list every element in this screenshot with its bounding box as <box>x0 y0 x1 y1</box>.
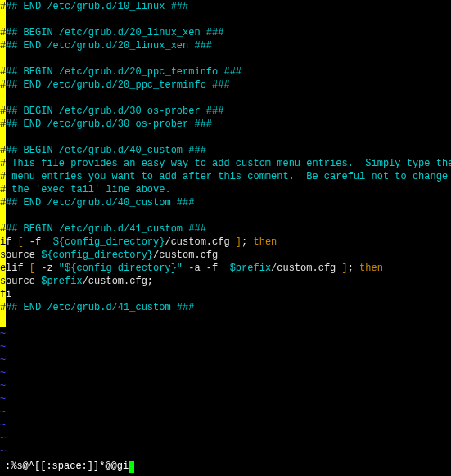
highlight-column: e <box>0 262 6 275</box>
tilde-line: ~ <box>0 340 451 353</box>
line-content: ## END /etc/grub.d/41_custom ### <box>6 301 451 314</box>
line-content: ## BEGIN /etc/grub.d/40_custom ### <box>6 144 451 157</box>
code-line <box>0 92 451 105</box>
highlight-column: # <box>0 196 6 209</box>
line-content: lif [ -z "${config_directory}" -a -f $pr… <box>6 262 451 275</box>
tilde-line: ~ <box>0 419 451 432</box>
empty-lines: ~~~~~~~~~~ <box>0 327 451 458</box>
line-content: ource ${config_directory}/custom.cfg <box>6 249 451 262</box>
line-content: ource $prefix/custom.cfg; <box>6 275 451 288</box>
code-line: elif [ -z "${config_directory}" -a -f $p… <box>0 262 451 275</box>
highlight-column: s <box>0 249 6 262</box>
line-content: menu entries you want to add after this … <box>6 170 451 183</box>
tilde-line: ~ <box>0 366 451 379</box>
line-content: the 'exec tail' line above. <box>6 183 451 196</box>
code-line: ### BEGIN /etc/grub.d/30_os-prober ### <box>0 105 451 118</box>
code-lines: ### END /etc/grub.d/10_linux ### ### BEG… <box>0 0 451 327</box>
code-line: ### END /etc/grub.d/10_linux ### <box>0 0 451 13</box>
code-line: ### END /etc/grub.d/41_custom ### <box>0 301 451 314</box>
line-content: ## END /etc/grub.d/10_linux ### <box>6 0 451 13</box>
highlight-column: # <box>0 105 6 118</box>
code-line: # This file provides an easy way to add … <box>0 157 451 170</box>
highlight-column: # <box>0 79 6 92</box>
highlight-column: # <box>0 26 6 39</box>
highlight-column: # <box>0 222 6 236</box>
highlight-column: i <box>0 236 6 249</box>
line-content: ## BEGIN /etc/grub.d/20_linux_xen ### <box>6 26 451 39</box>
code-line <box>0 13 451 26</box>
tilde-line: ~ <box>0 432 451 445</box>
line-content: ## END /etc/grub.d/40_custom ### <box>6 196 451 209</box>
highlight-column: # <box>0 39 6 52</box>
highlight-column: # <box>0 118 6 131</box>
highlight-column: f <box>0 288 6 301</box>
tilde-line: ~ <box>0 445 451 458</box>
code-line <box>0 314 451 327</box>
line-content <box>6 209 451 222</box>
code-line <box>0 52 451 65</box>
code-line: ### END /etc/grub.d/30_os-prober ### <box>0 118 451 131</box>
tilde-line: ~ <box>0 406 451 419</box>
editor-viewport[interactable]: ### END /etc/grub.d/10_linux ### ### BEG… <box>0 0 451 458</box>
highlight-column <box>0 131 6 144</box>
line-content: ## BEGIN /etc/grub.d/41_custom ### <box>6 222 451 236</box>
line-content: ## BEGIN /etc/grub.d/30_os-prober ### <box>6 105 451 118</box>
line-content <box>6 131 451 144</box>
highlight-column <box>0 209 6 222</box>
highlight-column <box>0 314 6 327</box>
line-content: ## END /etc/grub.d/20_linux_xen ### <box>6 39 451 52</box>
code-line: source $prefix/custom.cfg; <box>0 275 451 288</box>
highlight-column: # <box>0 65 6 79</box>
code-line <box>0 209 451 222</box>
line-content <box>6 92 451 105</box>
line-content: ## END /etc/grub.d/30_os-prober ### <box>6 118 451 131</box>
highlight-column <box>0 92 6 105</box>
code-line: source ${config_directory}/custom.cfg <box>0 249 451 262</box>
line-content <box>6 52 451 65</box>
highlight-column: # <box>0 157 6 170</box>
code-line: ### BEGIN /etc/grub.d/40_custom ### <box>0 144 451 157</box>
highlight-column: # <box>0 0 6 13</box>
line-content: This file provides an easy way to add cu… <box>6 157 451 170</box>
code-line: ### BEGIN /etc/grub.d/41_custom ### <box>0 222 451 236</box>
line-content: ## END /etc/grub.d/20_ppc_terminfo ### <box>6 79 451 92</box>
code-line: # the 'exec tail' line above. <box>0 183 451 196</box>
code-line: ### END /etc/grub.d/20_linux_xen ### <box>0 39 451 52</box>
code-line: # menu entries you want to add after thi… <box>0 170 451 183</box>
line-content <box>6 314 451 327</box>
highlight-column: s <box>0 275 6 288</box>
line-content <box>6 13 451 26</box>
tilde-line: ~ <box>0 393 451 406</box>
code-line <box>0 131 451 144</box>
code-line: fi <box>0 288 451 301</box>
command-line[interactable]: :%s@^[[:space:]]*@@gi <box>5 460 134 473</box>
line-content: ## BEGIN /etc/grub.d/20_ppc_terminfo ### <box>6 65 451 79</box>
highlight-column: # <box>0 183 6 196</box>
tilde-line: ~ <box>0 327 451 340</box>
tilde-line: ~ <box>0 379 451 393</box>
tilde-line: ~ <box>0 353 451 366</box>
code-line: if [ -f ${config_directory}/custom.cfg ]… <box>0 236 451 249</box>
highlight-column: # <box>0 170 6 183</box>
highlight-column <box>0 52 6 65</box>
line-content: i <box>6 288 451 301</box>
cursor <box>129 461 134 473</box>
code-line: ### END /etc/grub.d/40_custom ### <box>0 196 451 209</box>
highlight-column: # <box>0 144 6 157</box>
line-content: f [ -f ${config_directory}/custom.cfg ];… <box>6 236 451 249</box>
code-line: ### END /etc/grub.d/20_ppc_terminfo ### <box>0 79 451 92</box>
code-line: ### BEGIN /etc/grub.d/20_linux_xen ### <box>0 26 451 39</box>
code-line: ### BEGIN /etc/grub.d/20_ppc_terminfo ##… <box>0 65 451 79</box>
highlight-column <box>0 13 6 26</box>
highlight-column: # <box>0 301 6 314</box>
command-text: :%s@^[[:space:]]*@@gi <box>5 460 129 472</box>
